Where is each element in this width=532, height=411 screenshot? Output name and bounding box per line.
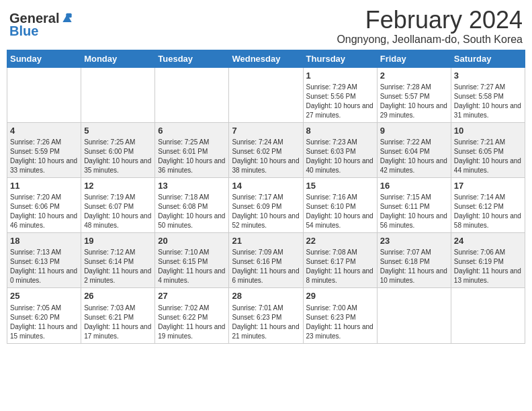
table-row: 10Sunrise: 7:21 AM Sunset: 6:05 PM Dayli… bbox=[451, 122, 525, 177]
table-row: 4Sunrise: 7:26 AM Sunset: 5:59 PM Daylig… bbox=[7, 122, 81, 177]
calendar-table: Sunday Monday Tuesday Wednesday Thursday… bbox=[7, 50, 525, 344]
day-info: Sunrise: 7:02 AM Sunset: 6:22 PM Dayligh… bbox=[158, 304, 226, 341]
table-row: 3Sunrise: 7:27 AM Sunset: 5:58 PM Daylig… bbox=[451, 67, 525, 122]
table-row bbox=[377, 288, 451, 343]
table-row bbox=[229, 67, 303, 122]
table-row: 22Sunrise: 7:08 AM Sunset: 6:17 PM Dayli… bbox=[303, 233, 377, 288]
table-row: 2Sunrise: 7:28 AM Sunset: 5:57 PM Daylig… bbox=[377, 67, 451, 122]
table-row: 12Sunrise: 7:19 AM Sunset: 6:07 PM Dayli… bbox=[81, 177, 155, 232]
day-number: 24 bbox=[454, 235, 522, 247]
logo-blue-text: Blue bbox=[9, 24, 38, 39]
day-info: Sunrise: 7:25 AM Sunset: 6:01 PM Dayligh… bbox=[158, 138, 226, 175]
table-row: 27Sunrise: 7:02 AM Sunset: 6:22 PM Dayli… bbox=[155, 288, 229, 343]
day-number: 4 bbox=[10, 125, 78, 137]
table-row: 11Sunrise: 7:20 AM Sunset: 6:06 PM Dayli… bbox=[7, 177, 81, 232]
day-number: 6 bbox=[158, 125, 226, 137]
table-row: 9Sunrise: 7:22 AM Sunset: 6:04 PM Daylig… bbox=[377, 122, 451, 177]
table-row: 13Sunrise: 7:18 AM Sunset: 6:08 PM Dayli… bbox=[155, 177, 229, 232]
table-row: 23Sunrise: 7:07 AM Sunset: 6:18 PM Dayli… bbox=[377, 233, 451, 288]
day-info: Sunrise: 7:15 AM Sunset: 6:11 PM Dayligh… bbox=[380, 193, 448, 230]
day-info: Sunrise: 7:27 AM Sunset: 5:58 PM Dayligh… bbox=[454, 83, 522, 120]
header-saturday: Saturday bbox=[451, 50, 525, 67]
day-info: Sunrise: 7:13 AM Sunset: 6:13 PM Dayligh… bbox=[10, 248, 78, 285]
day-info: Sunrise: 7:20 AM Sunset: 6:06 PM Dayligh… bbox=[10, 193, 78, 230]
day-number: 28 bbox=[232, 290, 300, 302]
logo-icon bbox=[60, 12, 74, 26]
day-number: 8 bbox=[306, 125, 374, 137]
day-info: Sunrise: 7:17 AM Sunset: 6:09 PM Dayligh… bbox=[232, 193, 300, 230]
day-info: Sunrise: 7:16 AM Sunset: 6:10 PM Dayligh… bbox=[306, 193, 374, 230]
day-number: 20 bbox=[158, 235, 226, 247]
svg-rect-1 bbox=[66, 13, 72, 17]
day-number: 14 bbox=[232, 180, 300, 192]
day-info: Sunrise: 7:12 AM Sunset: 6:14 PM Dayligh… bbox=[84, 248, 152, 285]
table-row: 6Sunrise: 7:25 AM Sunset: 6:01 PM Daylig… bbox=[155, 122, 229, 177]
day-number: 9 bbox=[380, 125, 448, 137]
calendar-week-1: 1Sunrise: 7:29 AM Sunset: 5:56 PM Daylig… bbox=[7, 67, 525, 122]
day-number: 16 bbox=[380, 180, 448, 192]
day-number: 12 bbox=[84, 180, 152, 192]
day-info: Sunrise: 7:24 AM Sunset: 6:02 PM Dayligh… bbox=[232, 138, 300, 175]
table-row: 5Sunrise: 7:25 AM Sunset: 6:00 PM Daylig… bbox=[81, 122, 155, 177]
header-friday: Friday bbox=[377, 50, 451, 67]
table-row bbox=[81, 67, 155, 122]
day-number: 21 bbox=[232, 235, 300, 247]
table-row: 8Sunrise: 7:23 AM Sunset: 6:03 PM Daylig… bbox=[303, 122, 377, 177]
table-row: 7Sunrise: 7:24 AM Sunset: 6:02 PM Daylig… bbox=[229, 122, 303, 177]
day-number: 10 bbox=[454, 125, 522, 137]
day-number: 29 bbox=[306, 290, 374, 302]
header-wednesday: Wednesday bbox=[229, 50, 303, 67]
day-info: Sunrise: 7:28 AM Sunset: 5:57 PM Dayligh… bbox=[380, 83, 448, 120]
header: General Blue February 2024 Ongnyong, Jeo… bbox=[7, 7, 525, 46]
calendar-week-5: 25Sunrise: 7:05 AM Sunset: 6:20 PM Dayli… bbox=[7, 288, 525, 343]
header-thursday: Thursday bbox=[303, 50, 377, 67]
day-info: Sunrise: 7:03 AM Sunset: 6:21 PM Dayligh… bbox=[84, 304, 152, 341]
table-row: 21Sunrise: 7:09 AM Sunset: 6:16 PM Dayli… bbox=[229, 233, 303, 288]
day-number: 2 bbox=[380, 70, 448, 82]
day-info: Sunrise: 7:22 AM Sunset: 6:04 PM Dayligh… bbox=[380, 138, 448, 175]
day-info: Sunrise: 7:06 AM Sunset: 6:19 PM Dayligh… bbox=[454, 248, 522, 285]
logo: General Blue bbox=[9, 7, 74, 39]
calendar-title: February 2024 bbox=[337, 7, 523, 34]
header-monday: Monday bbox=[81, 50, 155, 67]
header-tuesday: Tuesday bbox=[155, 50, 229, 67]
day-info: Sunrise: 7:25 AM Sunset: 6:00 PM Dayligh… bbox=[84, 138, 152, 175]
table-row: 20Sunrise: 7:10 AM Sunset: 6:15 PM Dayli… bbox=[155, 233, 229, 288]
day-info: Sunrise: 7:18 AM Sunset: 6:08 PM Dayligh… bbox=[158, 193, 226, 230]
day-info: Sunrise: 7:14 AM Sunset: 6:12 PM Dayligh… bbox=[454, 193, 522, 230]
day-info: Sunrise: 7:19 AM Sunset: 6:07 PM Dayligh… bbox=[84, 193, 152, 230]
table-row: 16Sunrise: 7:15 AM Sunset: 6:11 PM Dayli… bbox=[377, 177, 451, 232]
table-row: 18Sunrise: 7:13 AM Sunset: 6:13 PM Dayli… bbox=[7, 233, 81, 288]
day-number: 5 bbox=[84, 125, 152, 137]
table-row: 19Sunrise: 7:12 AM Sunset: 6:14 PM Dayli… bbox=[81, 233, 155, 288]
calendar-subtitle: Ongnyong, Jeollanam-do, South Korea bbox=[337, 34, 523, 46]
table-row: 25Sunrise: 7:05 AM Sunset: 6:20 PM Dayli… bbox=[7, 288, 81, 343]
day-info: Sunrise: 7:00 AM Sunset: 6:23 PM Dayligh… bbox=[306, 304, 374, 341]
table-row bbox=[7, 67, 81, 122]
day-number: 13 bbox=[158, 180, 226, 192]
day-number: 23 bbox=[380, 235, 448, 247]
table-row: 14Sunrise: 7:17 AM Sunset: 6:09 PM Dayli… bbox=[229, 177, 303, 232]
day-info: Sunrise: 7:10 AM Sunset: 6:15 PM Dayligh… bbox=[158, 248, 226, 285]
day-number: 22 bbox=[306, 235, 374, 247]
day-number: 3 bbox=[454, 70, 522, 82]
day-number: 17 bbox=[454, 180, 522, 192]
table-row: 1Sunrise: 7:29 AM Sunset: 5:56 PM Daylig… bbox=[303, 67, 377, 122]
table-row bbox=[155, 67, 229, 122]
title-area: February 2024 Ongnyong, Jeollanam-do, So… bbox=[337, 7, 523, 46]
day-number: 7 bbox=[232, 125, 300, 137]
day-info: Sunrise: 7:29 AM Sunset: 5:56 PM Dayligh… bbox=[306, 83, 374, 120]
day-number: 1 bbox=[306, 70, 374, 82]
day-info: Sunrise: 7:07 AM Sunset: 6:18 PM Dayligh… bbox=[380, 248, 448, 285]
day-number: 25 bbox=[10, 290, 78, 302]
day-number: 26 bbox=[84, 290, 152, 302]
day-info: Sunrise: 7:21 AM Sunset: 6:05 PM Dayligh… bbox=[454, 138, 522, 175]
table-row: 26Sunrise: 7:03 AM Sunset: 6:21 PM Dayli… bbox=[81, 288, 155, 343]
calendar-week-4: 18Sunrise: 7:13 AM Sunset: 6:13 PM Dayli… bbox=[7, 233, 525, 288]
day-info: Sunrise: 7:23 AM Sunset: 6:03 PM Dayligh… bbox=[306, 138, 374, 175]
day-number: 11 bbox=[10, 180, 78, 192]
day-number: 19 bbox=[84, 235, 152, 247]
day-info: Sunrise: 7:08 AM Sunset: 6:17 PM Dayligh… bbox=[306, 248, 374, 285]
day-number: 15 bbox=[306, 180, 374, 192]
header-sunday: Sunday bbox=[7, 50, 81, 67]
